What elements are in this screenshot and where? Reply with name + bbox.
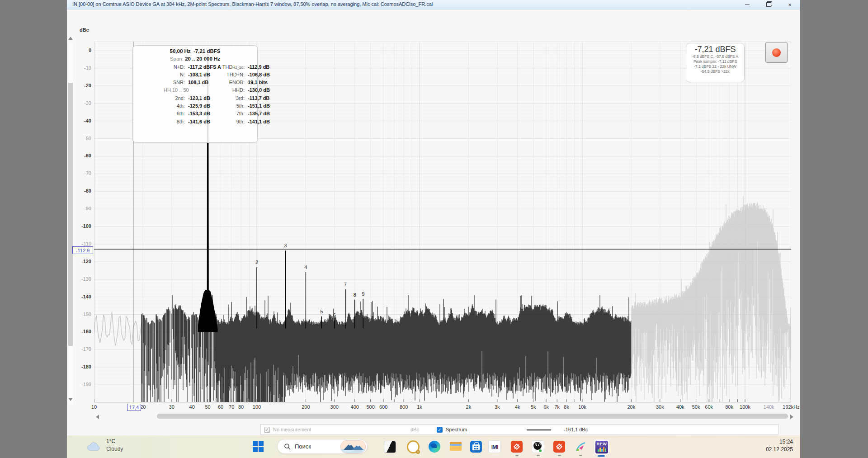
taskbar-red-diamond-button[interactable] [553, 440, 566, 453]
x-tick-label: 6k [543, 404, 549, 410]
panel-header: 50,00 Hz -7,21 dBFS [133, 48, 257, 56]
scroll-up-icon[interactable] [68, 37, 73, 40]
panel-row: 4th:-125,9 dB5th:-151,1 dB [133, 103, 257, 111]
y-tick-label: -110 [72, 241, 91, 246]
panel-row: 6th:-153,3 dB7th:-135,7 dB [133, 111, 257, 118]
x-tick-label: 10k [578, 404, 586, 410]
y-tick-label: -150 [72, 312, 91, 317]
taskbar-explorer-button[interactable] [449, 440, 462, 453]
svg-text:2: 2 [255, 260, 258, 265]
y-tick-label: -180 [72, 364, 91, 369]
level-overlay-line: -8.5 dBFS C, -37.5 dBFS A [686, 54, 744, 59]
svg-text:3: 3 [284, 243, 287, 248]
panel-row: 8th:-141,6 dB9th:-141,1 dB [133, 119, 257, 127]
x-tick-label: 100k [740, 404, 750, 410]
x-tick-label: 4k [515, 404, 520, 410]
y-tick-label: -50 [72, 136, 91, 141]
running-indicator [537, 455, 540, 456]
x-tick-label: 30k [656, 404, 664, 410]
panel-span: Span: 20 .. 20 000 Hz [133, 56, 257, 64]
panel-label: N: [180, 72, 185, 77]
y-tick-label: -40 [72, 118, 91, 123]
spectrum-label: Spectrum [446, 427, 467, 432]
svg-text:7: 7 [344, 282, 347, 287]
y-tick-label: -130 [72, 276, 91, 282]
search-box[interactable]: Поиск [277, 439, 368, 454]
x-tick-label: 40k [676, 404, 684, 410]
panel-value: -130,0 dB [248, 87, 270, 93]
taskbar-rew-button[interactable]: REW [594, 439, 610, 455]
svg-text:4: 4 [304, 264, 307, 270]
y-cursor-value[interactable]: -112,9 [72, 246, 93, 254]
panel-row: N+D:-117,2 dBFS ATHDH2_50:-112,9 dB [133, 64, 257, 72]
x-cursor-value[interactable]: 17,4 [127, 404, 141, 411]
audio-m-icon: ǀMǀ [488, 440, 501, 453]
x-tick-label: 300 [330, 404, 339, 410]
x-tick-label: 600 [379, 404, 387, 410]
taskbar-edge-button[interactable] [428, 440, 441, 453]
level-overlay-main: -7,21 dBFS [686, 45, 744, 54]
start-button[interactable] [253, 441, 264, 452]
panel-value: -135,7 dB [248, 111, 270, 116]
scroll-down-icon[interactable] [68, 398, 73, 401]
x-tick-label: 20k [627, 404, 636, 410]
record-icon [772, 48, 781, 57]
close-button[interactable]: × [782, 0, 797, 9]
window-titlebar[interactable]: IN [00-00] on Comtrue ASIO Device GA at … [67, 0, 800, 9]
panel-label: HHD: [190, 87, 245, 93]
no-measurement-checkbox[interactable]: ✓ [264, 427, 270, 433]
spectrum-trace-value: -161,1 dBc [564, 427, 588, 432]
window-title: IN [00-00] on Comtrue ASIO Device GA at … [72, 1, 433, 7]
y-tick-label: -90 [72, 206, 91, 211]
minimize-button[interactable] [740, 0, 755, 9]
panel-value: 19,1 bits [248, 80, 268, 85]
record-button[interactable] [765, 42, 788, 63]
svg-text:6: 6 [333, 312, 336, 318]
x-tick-label: 30 [169, 404, 175, 410]
taskbar-bw-app-button[interactable] [383, 440, 396, 453]
panel-row: SNR:108,1 dBENOB:19,1 bits [133, 80, 257, 87]
explorer-icon [450, 442, 462, 452]
x-tick-label: 80 [238, 404, 244, 410]
x-tick-label: 50k [692, 404, 700, 410]
horizontal-scrollbar-thumb[interactable] [157, 414, 788, 419]
desktop-screen: IN [00-00] on Comtrue ASIO Device GA at … [0, 0, 868, 458]
x-tick-label: 500 [366, 404, 374, 410]
x-tick-label: 192kHz [783, 404, 799, 410]
search-highlight-image[interactable] [340, 440, 366, 453]
y-axis-unit: dBc [80, 27, 89, 33]
robot-icon [532, 440, 544, 453]
weather-condition[interactable]: Cloudy [106, 446, 123, 452]
x-tick-label: 800 [400, 404, 408, 410]
clock-date: 02.12.2025 [759, 446, 793, 453]
panel-label: 2nd: [175, 95, 185, 101]
x-tick-label: 60 [218, 404, 223, 410]
spectrum-checkbox[interactable]: ✓ [437, 427, 443, 433]
taskbar-gold-q-button[interactable]: + [407, 440, 420, 453]
taskbar-red-diamond-button[interactable] [510, 440, 523, 453]
measurement-panel: 50,00 Hz -7,21 dBFS Span: 20 .. 20 000 H… [132, 45, 258, 143]
weather-cloud-icon[interactable] [86, 441, 101, 452]
taskbar-signal-button[interactable] [574, 440, 587, 453]
panel-label: THDH2_50: [190, 64, 245, 70]
restore-button[interactable] [761, 0, 776, 9]
panel-value: -151,1 dB [248, 103, 270, 109]
y-tick-label: -60 [72, 153, 91, 158]
taskbar-robot-button[interactable] [532, 440, 544, 453]
scroll-right-icon[interactable] [790, 415, 793, 419]
taskbar-clock[interactable]: 15:24 02.12.2025 [759, 438, 793, 453]
taskbar: 1°C Cloudy Поиск +ǀMǀREW ǀMǀENG 15:24 02… [67, 435, 800, 458]
weather-temp[interactable]: 1°C [106, 438, 115, 444]
panel-label: 5th: [190, 103, 245, 109]
taskbar-audio-m-button[interactable]: ǀMǀ [488, 440, 501, 453]
x-tick-label: 2k [466, 404, 472, 410]
clock-time: 15:24 [759, 438, 793, 446]
level-overlay-line: Peak sample: -7,11 dBFS [686, 59, 744, 64]
scroll-left-icon[interactable] [96, 415, 99, 419]
active-indicator [598, 455, 605, 457]
red-diamond-icon [553, 441, 565, 453]
legend-unit-label: dBc [410, 427, 419, 432]
y-tick-label: -190 [72, 382, 91, 387]
taskbar-store-button[interactable] [470, 440, 482, 453]
x-tick-label: 200 [302, 404, 310, 410]
